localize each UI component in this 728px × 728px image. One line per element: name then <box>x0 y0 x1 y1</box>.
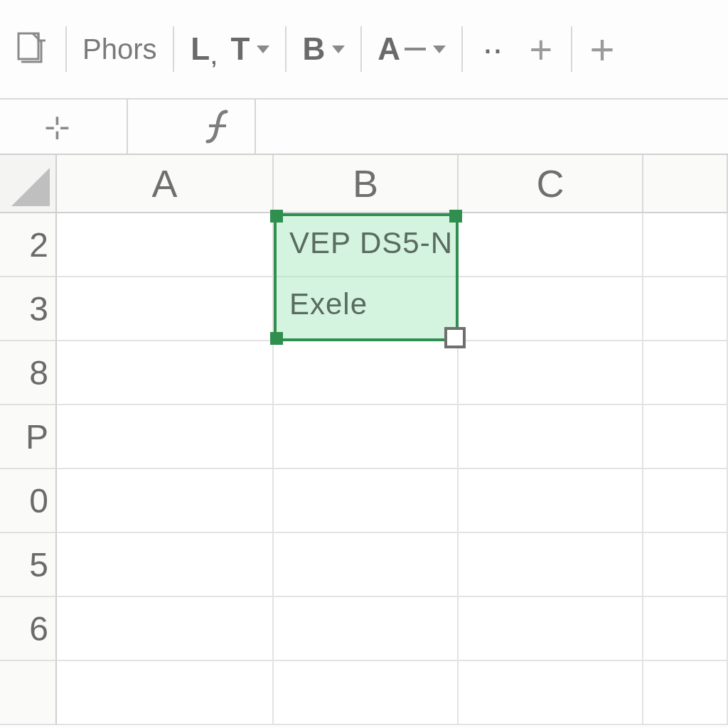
plus-button-2[interactable]: + <box>588 26 616 72</box>
cell[interactable] <box>57 597 274 661</box>
dots-button[interactable]: ·· <box>478 26 507 72</box>
cell[interactable] <box>459 277 643 341</box>
cell[interactable] <box>57 277 274 341</box>
l-button-label: L <box>191 31 210 67</box>
cell[interactable] <box>643 213 728 277</box>
row-header[interactable] <box>0 661 57 725</box>
cell[interactable] <box>274 405 459 469</box>
table-row: P <box>0 405 728 469</box>
underline-icon <box>405 48 426 50</box>
cell[interactable] <box>274 533 459 597</box>
cell[interactable] <box>57 213 274 277</box>
font-color-label: A <box>378 31 400 67</box>
toolbar: Phors L, T B A ·· + + <box>0 0 728 100</box>
chevron-down-icon <box>257 46 269 53</box>
cell[interactable] <box>643 469 728 533</box>
row-header[interactable]: P <box>0 405 57 469</box>
cell[interactable] <box>643 341 728 405</box>
table-row <box>0 661 728 725</box>
cell[interactable] <box>643 597 728 661</box>
column-header[interactable]: B <box>274 155 459 213</box>
font-name-button[interactable]: Phors <box>82 26 157 72</box>
table-row: 0 <box>0 469 728 533</box>
table-row: 6 <box>0 597 728 661</box>
toolbar-separator <box>65 26 67 72</box>
toolbar-separator <box>461 26 463 72</box>
column-header[interactable]: C <box>459 155 643 213</box>
cell[interactable] <box>274 597 459 661</box>
t-button[interactable]: T <box>231 26 270 72</box>
l-button[interactable]: L, <box>190 26 218 72</box>
row-header[interactable]: 5 <box>0 533 57 597</box>
bold-button-label: B <box>302 31 325 67</box>
toolbar-separator <box>360 26 362 72</box>
toolbar-separator <box>173 26 174 72</box>
bold-button[interactable]: B <box>302 26 345 72</box>
cell[interactable] <box>274 277 459 341</box>
column-header-row: A B C <box>0 155 728 213</box>
cell[interactable] <box>57 341 274 405</box>
cell[interactable] <box>459 405 643 469</box>
row-header[interactable]: 3 <box>0 277 57 341</box>
row-header[interactable]: 8 <box>0 341 57 405</box>
formula-bar-row: ⊹ <box>0 100 728 155</box>
cell[interactable] <box>643 405 728 469</box>
page-setup-icon[interactable] <box>13 26 50 72</box>
cell[interactable] <box>459 469 643 533</box>
cell[interactable] <box>459 213 643 277</box>
cell[interactable] <box>274 469 459 533</box>
cell[interactable] <box>274 213 459 277</box>
font-color-button[interactable]: A <box>378 26 446 72</box>
column-header[interactable]: A <box>57 155 274 213</box>
cell[interactable] <box>643 277 728 341</box>
plus-button[interactable]: + <box>527 26 555 72</box>
row-header[interactable]: 2 <box>0 213 57 277</box>
chevron-down-icon <box>433 46 446 53</box>
row-header[interactable]: 0 <box>0 469 57 533</box>
cell[interactable] <box>274 341 459 405</box>
toolbar-separator <box>285 26 287 72</box>
insert-function-button[interactable] <box>128 100 256 154</box>
cell[interactable] <box>57 661 274 725</box>
cell[interactable] <box>459 661 643 725</box>
row-header[interactable]: 6 <box>0 597 57 661</box>
toolbar-separator <box>571 26 572 72</box>
cell[interactable] <box>274 661 459 725</box>
cell[interactable] <box>643 533 728 597</box>
table-row: 5 <box>0 533 728 597</box>
cell[interactable] <box>643 661 728 725</box>
cell[interactable] <box>459 341 643 405</box>
cell[interactable] <box>57 469 274 533</box>
name-box[interactable]: ⊹ <box>0 100 128 154</box>
chevron-down-icon <box>332 46 345 53</box>
table-row: 3 <box>0 277 728 341</box>
cell[interactable] <box>459 597 643 661</box>
column-header[interactable] <box>643 155 728 213</box>
formula-input[interactable] <box>256 100 728 154</box>
t-button-label: T <box>231 31 250 67</box>
cell[interactable] <box>57 533 274 597</box>
select-all-triangle[interactable] <box>0 155 57 213</box>
table-row: 8 <box>0 341 728 405</box>
table-row: 2 <box>0 213 728 277</box>
spreadsheet-grid: A B C 2 3 8 P 0 5 <box>0 155 728 725</box>
cell[interactable] <box>459 533 643 597</box>
cell[interactable] <box>57 405 274 469</box>
